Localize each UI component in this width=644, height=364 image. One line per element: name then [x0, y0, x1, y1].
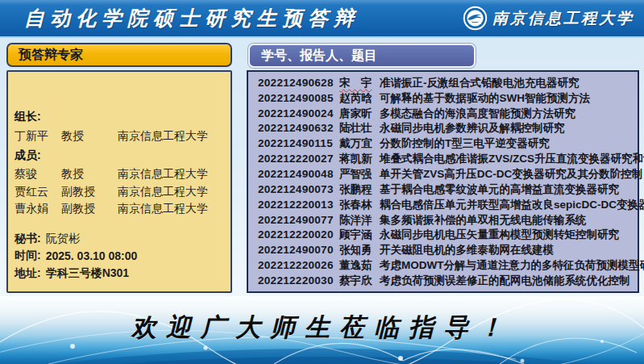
- university-name: 南京信息工程大学: [492, 8, 634, 29]
- leader-row: 丁新平 教授 南京信息工程大学: [15, 128, 226, 145]
- schedule-row: 202212220013 张春林 耦合电感倍压单元并联型高增益改良sepicDC…: [258, 198, 634, 211]
- student-id: 202212490048: [258, 167, 339, 181]
- schedule-row: 202212490085 赵芮晗 可解释的基于数据驱动的SWH智能预测方法: [258, 91, 634, 105]
- welcome-message: 欢迎广大师生莅临指导！: [0, 311, 644, 345]
- secretary-label: 秘书:: [15, 232, 41, 246]
- schedule-row: 202212490628 宋 宇 准谐振正-反激组合式铅酸电池充电器研究: [258, 76, 634, 90]
- page-title: 自动化学院硕士研究生预答辩: [0, 5, 359, 31]
- student-name: 陈洋洋: [339, 213, 380, 227]
- experts-panel-title: 预答辩专家: [6, 43, 232, 67]
- time-row: 时间: 2025. 03.10 08:00: [15, 248, 226, 266]
- schedule-row: 202212220027 蒋凯新 堆叠式耦合电感准谐振ZVS/ZCS升压直流变换…: [258, 152, 634, 165]
- student-name: 陆壮壮: [339, 121, 380, 135]
- time-value: 2025. 03.10 08:00: [46, 249, 138, 262]
- leader-affiliation: 南京信息工程大学: [118, 129, 226, 144]
- student-id: 202212490628: [258, 76, 339, 90]
- member-affiliation: 南京信息工程大学: [118, 167, 226, 182]
- schedule-row: 202212490070 张知勇 开关磁阻电机的多维泰勒网在线建模: [258, 243, 634, 257]
- student-name: 董逸茹: [339, 258, 380, 272]
- schedule-row: 202212490024 唐家昕 多模态融合的海浪高度智能预测方法研究: [258, 107, 634, 120]
- thesis-topic: 考虑负荷预测误差修正的配网电池储能系统优化控制: [380, 274, 634, 287]
- thesis-topic: 准谐振正-反激组合式铅酸电池充电器研究: [380, 76, 634, 90]
- student-id: 202212490632: [258, 121, 339, 135]
- member-rank: 副教授: [61, 185, 118, 199]
- university-brand: 南京信息工程大学: [463, 6, 644, 31]
- student-id: 202212490115: [258, 136, 339, 150]
- student-id: 202212490024: [258, 107, 339, 120]
- thesis-topic: 可解释的基于数据驱动的SWH智能预测方法: [380, 91, 634, 105]
- schedule-row: 202212490077 陈洋洋 集多频谐振补偿的单双相无线电能传输系统: [258, 213, 634, 227]
- student-id: 202212220026: [258, 258, 339, 272]
- thesis-topic: 堆叠式耦合电感准谐振ZVS/ZCS升压直流变换器研究和设计: [380, 152, 644, 165]
- members-label: 成员:: [15, 149, 226, 166]
- student-name: 张鹏程: [339, 182, 380, 196]
- thesis-topic: 耦合电感倍压单元并联型高增益改良sepicDC-DC变换器的研究: [380, 198, 644, 211]
- student-id: 202212490070: [258, 243, 339, 257]
- member-row: 曹永娟 副教授 南京信息工程大学: [15, 201, 226, 219]
- student-name: 宋 宇: [339, 76, 380, 90]
- thesis-topic: 单开关管ZVS高升压DC-DC变换器研究及其分数阶控制: [380, 167, 642, 181]
- address-value: 学科三号楼N301: [46, 266, 129, 281]
- schedule-row: 202212220026 董逸茹 考虑MODWT分解与通道注意力的多特征负荷预测…: [258, 258, 634, 272]
- student-name: 蔡宇欣: [339, 274, 380, 287]
- thesis-topic: 永磁同步电机电压矢量重构模型预测转矩控制研究: [380, 228, 634, 241]
- leader-label: 组长:: [15, 110, 226, 128]
- address-row: 地址: 学科三号楼N301: [15, 265, 226, 282]
- student-name: 严智强: [339, 167, 380, 181]
- student-id: 202212490073: [258, 182, 339, 196]
- student-id: 202212220013: [258, 198, 339, 211]
- member-affiliation: 南京信息工程大学: [118, 202, 226, 216]
- student-id: 202212220030: [258, 274, 339, 287]
- university-logo-icon: [463, 6, 488, 31]
- schedule-row: 202212220020 顾宇涵 永磁同步电机电压矢量重构模型预测转矩控制研究: [258, 228, 634, 241]
- student-name: 张知勇: [339, 243, 380, 257]
- member-name: 曹永娟: [15, 202, 61, 216]
- header-bar: 自动化学院硕士研究生预答辩 南京信息工程大学: [0, 0, 644, 38]
- spacer: [15, 218, 226, 230]
- thesis-topic: 分数阶控制的T型三电平逆变器研究: [380, 136, 634, 150]
- schedule-row: 202212220030 蔡宇欣 考虑负荷预测误差修正的配网电池储能系统优化控制: [258, 274, 634, 287]
- student-id: 202212490085: [258, 91, 339, 105]
- member-name: 蔡骏: [15, 167, 61, 182]
- student-name: 赵芮晗: [339, 91, 380, 105]
- schedule-row: 202212490048 严智强 单开关管ZVS高升压DC-DC变换器研究及其分…: [258, 167, 634, 181]
- thesis-topic: 永磁同步电机参数辨识及解耦控制研究: [380, 121, 634, 135]
- member-affiliation: 南京信息工程大学: [118, 185, 226, 199]
- thesis-topic: 集多频谐振补偿的单双相无线电能传输系统: [380, 213, 634, 227]
- secretary-name: 阮贺彬: [46, 232, 80, 246]
- schedule-row: 202212490073 张鹏程 基于耦合电感零纹波单元的高增益直流变换器研究: [258, 182, 634, 196]
- student-id: 202212490077: [258, 213, 339, 227]
- member-rank: 副教授: [61, 202, 118, 216]
- student-id: 202212220020: [258, 228, 339, 241]
- experts-panel: 组长: 丁新平 教授 南京信息工程大学 成员: 蔡骏 教授 南京信息工程大学 贾…: [6, 70, 232, 293]
- member-rank: 教授: [61, 167, 118, 182]
- leader-name: 丁新平: [15, 129, 61, 144]
- presentation-slide: 自动化学院硕士研究生预答辩 南京信息工程大学 预答辩专家 组长: 丁新平 教授 …: [0, 0, 644, 364]
- student-name: 顾宇涵: [339, 228, 380, 241]
- schedule-panel: 202212490628 宋 宇 准谐振正-反激组合式铅酸电池充电器研究 202…: [247, 70, 639, 293]
- schedule-row: 202212490115 戴万宜 分数阶控制的T型三电平逆变器研究: [258, 136, 634, 150]
- secretary-row: 秘书: 阮贺彬: [15, 230, 226, 248]
- member-row: 贾红云 副教授 南京信息工程大学: [15, 183, 226, 201]
- thesis-topic: 考虑MODWT分解与通道注意力的多特征负荷预测模型研究: [380, 258, 644, 272]
- address-label: 地址:: [15, 266, 41, 281]
- schedule-panel-title: 学号、报告人、题目: [248, 44, 476, 68]
- member-name: 贾红云: [15, 185, 61, 199]
- welcome-banner: 欢迎广大师生莅临指导！: [0, 296, 644, 364]
- student-name: 唐家昕: [339, 107, 380, 120]
- student-name: 张春林: [339, 198, 380, 211]
- student-name: 戴万宜: [339, 136, 380, 150]
- member-row: 蔡骏 教授 南京信息工程大学: [15, 166, 226, 184]
- student-name: 蒋凯新: [339, 152, 380, 165]
- schedule-row: 202212490632 陆壮壮 永磁同步电机参数辨识及解耦控制研究: [258, 121, 634, 135]
- student-id: 202212220027: [258, 152, 339, 165]
- thesis-topic: 多模态融合的海浪高度智能预测方法研究: [380, 107, 634, 120]
- thesis-topic: 基于耦合电感零纹波单元的高增益直流变换器研究: [380, 182, 634, 196]
- thesis-topic: 开关磁阻电机的多维泰勒网在线建模: [380, 243, 634, 257]
- leader-rank: 教授: [61, 129, 118, 144]
- time-label: 时间:: [15, 249, 41, 263]
